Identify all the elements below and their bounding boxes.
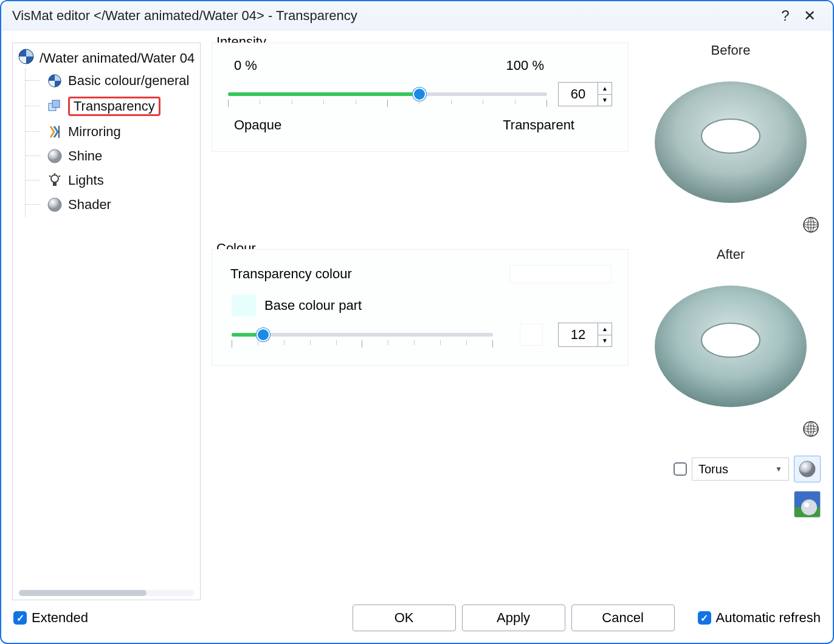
before-globe-button[interactable]	[802, 216, 819, 236]
automatic-refresh-checkbox[interactable]: ✓ Automatic refresh	[698, 610, 821, 626]
ok-button[interactable]: OK	[353, 605, 456, 631]
tree-item-transparency[interactable]: Transparency	[26, 93, 198, 120]
base-colour-part-label: Base colour part	[264, 298, 362, 313]
material-root-icon	[18, 48, 35, 69]
after-label: After	[717, 247, 745, 262]
preview-shape-select[interactable]: Torus ▼	[692, 457, 789, 481]
svg-point-30	[799, 461, 815, 477]
svg-point-7	[48, 149, 61, 163]
tree-item-lights[interactable]: Lights	[26, 168, 198, 193]
tree-horizontal-scrollbar[interactable]	[19, 590, 194, 596]
shader-icon	[46, 196, 63, 213]
svg-rect-5	[52, 100, 60, 108]
intensity-min-label: 0 %	[234, 58, 257, 74]
svg-point-34	[804, 502, 809, 507]
intensity-spin-up[interactable]: ▲	[598, 83, 612, 95]
tree-item-label: Basic colour/general	[68, 73, 189, 89]
preview-mode-scene-button[interactable]	[794, 491, 821, 518]
help-button[interactable]: ?	[773, 7, 798, 24]
preview-mode-sphere-button[interactable]	[794, 456, 821, 482]
intensity-spinner[interactable]: ▲ ▼	[558, 82, 612, 106]
shape-lock-checkbox[interactable]	[674, 462, 687, 476]
basic-colour-icon	[46, 72, 63, 89]
svg-point-8	[51, 175, 58, 182]
check-icon: ✓	[698, 611, 711, 625]
base-colour-value-input[interactable]	[559, 323, 598, 346]
intensity-opaque-label: Opaque	[234, 117, 281, 133]
shine-icon	[46, 148, 63, 165]
intensity-transparent-label: Transparent	[503, 117, 574, 133]
window-title: VisMat editor </Water animated/Water 04>…	[12, 8, 357, 24]
svg-point-13	[48, 198, 61, 211]
svg-line-11	[49, 176, 50, 177]
svg-line-12	[59, 176, 60, 177]
check-icon: ✓	[13, 611, 27, 625]
intensity-slider[interactable]	[228, 85, 547, 103]
svg-rect-9	[53, 182, 57, 186]
after-preview	[646, 267, 816, 419]
extended-label: Extended	[32, 610, 88, 626]
automatic-refresh-label: Automatic refresh	[716, 610, 821, 626]
lights-icon	[46, 172, 63, 189]
tree-item-shine[interactable]: Shine	[26, 144, 198, 168]
base-colour-swatch[interactable]	[232, 295, 256, 317]
transparency-colour-swatch[interactable]	[509, 264, 612, 284]
tree-item-label: Transparency	[68, 97, 160, 116]
base-colour-spinner[interactable]: ▲ ▼	[558, 323, 612, 347]
apply-button[interactable]: Apply	[462, 605, 565, 631]
tree-item-label: Shader	[68, 197, 111, 213]
close-button[interactable]: ✕	[798, 7, 822, 24]
tree-root-label: /Water animated/Water 04	[40, 50, 195, 66]
base-colour-slider[interactable]	[232, 326, 493, 344]
intensity-max-label: 100 %	[506, 58, 544, 74]
material-tree-panel: /Water animated/Water 04 Basic colour/ge…	[12, 43, 201, 600]
base-colour-result-swatch	[519, 323, 543, 346]
transparency-colour-label: Transparency colour	[230, 266, 509, 282]
tree-item-label: Lights	[68, 173, 104, 188]
tree-item-basic-colour[interactable]: Basic colour/general	[26, 69, 198, 93]
intensity-value-input[interactable]	[559, 83, 598, 106]
before-preview	[646, 63, 816, 215]
extended-checkbox[interactable]: ✓ Extended	[13, 610, 88, 626]
base-colour-spin-up[interactable]: ▲	[598, 323, 612, 335]
intensity-group: Intensity 0 % 100 %	[212, 43, 629, 152]
vismat-editor-window: VisMat editor </Water animated/Water 04>…	[0, 0, 834, 644]
cancel-button[interactable]: Cancel	[571, 605, 675, 631]
title-bar: VisMat editor </Water animated/Water 04>…	[1, 1, 833, 30]
tree-item-label: Mirroring	[68, 124, 121, 140]
tree-item-shader[interactable]: Shader	[26, 193, 198, 217]
settings-panel: Intensity 0 % 100 %	[212, 43, 629, 600]
chevron-down-icon: ▼	[775, 465, 782, 473]
mirroring-icon	[46, 123, 63, 140]
before-label: Before	[711, 43, 751, 58]
svg-point-33	[801, 499, 817, 515]
dialog-footer: ✓ Extended OK Apply Cancel ✓ Automatic r…	[1, 600, 833, 643]
tree-item-mirroring[interactable]: Mirroring	[26, 120, 198, 144]
tree-root[interactable]: /Water animated/Water 04	[18, 48, 198, 69]
transparency-icon	[46, 98, 63, 115]
preview-shape-value: Torus	[698, 462, 728, 476]
after-globe-button[interactable]	[802, 420, 819, 440]
colour-group: Colour Transparency colour Base colour p…	[212, 249, 629, 366]
intensity-spin-down[interactable]: ▼	[598, 95, 612, 106]
base-colour-spin-down[interactable]: ▼	[598, 335, 612, 347]
tree-item-label: Shine	[68, 148, 102, 164]
preview-panel: Before After	[639, 43, 822, 600]
